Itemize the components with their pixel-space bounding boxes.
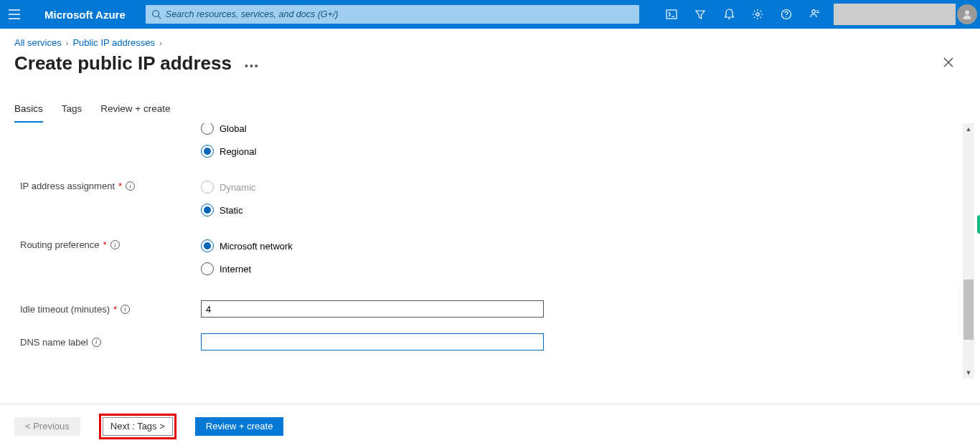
- account-box[interactable]: [834, 4, 956, 25]
- radio-label: Regional: [220, 146, 256, 157]
- radio-label: Dynamic: [220, 182, 256, 193]
- form-scroll-region: Global Regional IP address assignment * …: [0, 123, 980, 378]
- breadcrumb-link-public-ip[interactable]: Public IP addresses: [72, 37, 155, 48]
- scroll-down-icon[interactable]: ▼: [963, 367, 974, 378]
- svg-point-9: [756, 13, 759, 16]
- radio-routing-internet[interactable]: Internet: [201, 262, 293, 275]
- radio-tier-regional[interactable]: Regional: [201, 145, 256, 158]
- feedback-side-tab[interactable]: [977, 215, 980, 234]
- directory-filter-icon[interactable]: [686, 0, 715, 29]
- svg-point-12: [812, 10, 816, 14]
- hamburger-menu[interactable]: [0, 9, 29, 19]
- cloud-shell-icon[interactable]: [657, 0, 686, 29]
- radio-label: Internet: [220, 264, 251, 275]
- radio-button-icon: [201, 204, 214, 216]
- search-input[interactable]: [166, 9, 633, 19]
- review-create-button[interactable]: Review + create: [195, 417, 284, 436]
- chevron-right-icon: ›: [159, 39, 162, 47]
- tab-basics[interactable]: Basics: [14, 103, 43, 123]
- radio-button-icon: [201, 145, 214, 158]
- brand-label[interactable]: Microsoft Azure: [29, 9, 141, 21]
- next-tags-button[interactable]: Next : Tags >: [103, 417, 173, 436]
- tab-review-create[interactable]: Review + create: [100, 103, 170, 123]
- more-actions-icon[interactable]: •••: [245, 60, 260, 72]
- radio-label: Microsoft network: [220, 241, 293, 252]
- required-star-icon: *: [113, 304, 117, 315]
- close-blade-button[interactable]: [943, 57, 954, 71]
- field-label: Routing preference: [20, 239, 100, 250]
- row-routing-preference: Routing preference * i Microsoft network…: [20, 238, 958, 285]
- svg-rect-5: [666, 10, 677, 19]
- radio-label: Static: [220, 205, 243, 216]
- chevron-right-icon: ›: [66, 39, 69, 47]
- radio-assignment-dynamic: Dynamic: [201, 181, 256, 194]
- tab-tags[interactable]: Tags: [62, 103, 83, 123]
- info-icon[interactable]: i: [110, 240, 120, 249]
- field-label: DNS name label: [20, 337, 88, 348]
- highlight-box: Next : Tags >: [99, 414, 176, 439]
- radio-button-icon: [201, 123, 214, 135]
- radio-label: Global: [220, 123, 247, 134]
- avatar[interactable]: [957, 4, 977, 24]
- previous-button: < Previous: [14, 417, 80, 436]
- row-ip-assignment: IP address assignment * i Dynamic Static: [20, 179, 958, 227]
- svg-line-4: [158, 16, 161, 19]
- radio-button-icon: [201, 181, 214, 194]
- dns-name-input[interactable]: [201, 333, 544, 351]
- header-icons: [657, 0, 980, 29]
- row-dns-name-label: DNS name label i: [20, 330, 958, 354]
- required-star-icon: *: [118, 181, 122, 191]
- feedback-icon[interactable]: [801, 0, 829, 29]
- global-header: Microsoft Azure: [0, 0, 980, 29]
- svg-marker-7: [696, 11, 705, 19]
- help-icon[interactable]: [772, 0, 801, 29]
- svg-point-15: [965, 11, 969, 15]
- radio-button-icon: [201, 239, 214, 252]
- info-icon[interactable]: i: [92, 338, 101, 347]
- settings-icon[interactable]: [743, 0, 772, 29]
- row-tier: Global Regional: [20, 133, 958, 168]
- scroll-thumb[interactable]: [963, 280, 974, 340]
- notifications-icon[interactable]: [715, 0, 743, 29]
- svg-point-3: [153, 11, 159, 17]
- svg-point-11: [786, 16, 786, 17]
- radio-tier-global[interactable]: Global: [201, 123, 256, 135]
- required-star-icon: *: [103, 239, 107, 250]
- radio-routing-msnetwork[interactable]: Microsoft network: [201, 239, 293, 252]
- info-icon[interactable]: i: [126, 181, 135, 191]
- breadcrumb: All services › Public IP addresses ›: [0, 29, 980, 51]
- field-label: IP address assignment: [20, 181, 115, 191]
- row-idle-timeout: Idle timeout (minutes) * i: [20, 297, 958, 321]
- radio-button-icon: [201, 262, 214, 275]
- scroll-up-icon[interactable]: ▲: [963, 123, 974, 135]
- page-header: Create public IP address •••: [0, 51, 980, 75]
- scrollbar[interactable]: ▲ ▼: [963, 123, 974, 378]
- global-search[interactable]: [146, 5, 639, 24]
- idle-timeout-input[interactable]: [201, 300, 544, 318]
- radio-assignment-static[interactable]: Static: [201, 204, 256, 216]
- tab-bar: Basics Tags Review + create: [0, 75, 980, 123]
- breadcrumb-link-all-services[interactable]: All services: [14, 37, 62, 48]
- page-title: Create public IP address: [14, 52, 232, 75]
- info-icon[interactable]: i: [121, 305, 130, 314]
- footer-action-bar: < Previous Next : Tags > Review + create: [0, 404, 980, 448]
- search-icon: [151, 9, 161, 19]
- field-label: Idle timeout (minutes): [20, 304, 110, 315]
